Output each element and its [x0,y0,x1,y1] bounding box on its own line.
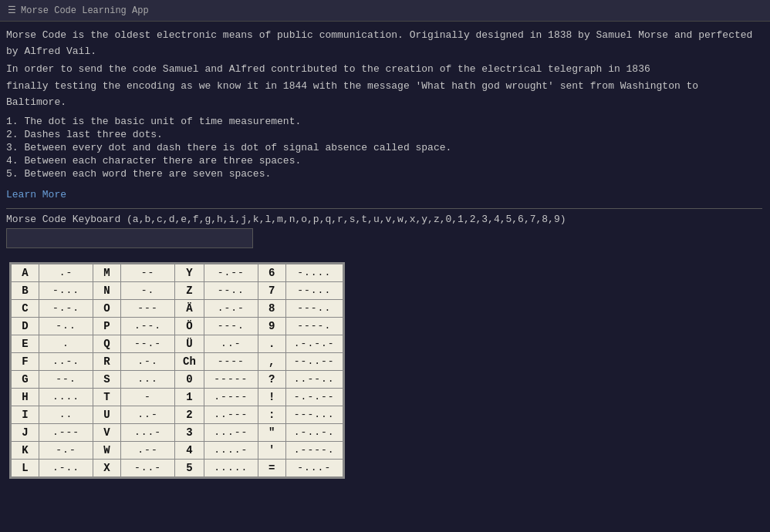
intro-paragraph-1: Morse Code is the oldest electronic mean… [6,28,762,60]
morse-code: ..... [204,459,258,476]
morse-code: -...- [285,459,343,476]
morse-char: L [12,459,39,476]
divider-line [6,208,762,209]
morse-code: ... [121,370,175,388]
morse-char: X [93,459,121,476]
morse-code: .--- [39,423,93,441]
table-row: A.-M--Y-.--6-.... [12,264,343,281]
table-row: C-.-.O---Ä.-.-8---.. [12,299,343,317]
rule-4: 4. Between each character there are thre… [6,155,762,167]
morse-char: 7 [258,281,285,299]
morse-code: .---- [204,388,258,406]
morse-char: 2 [175,406,204,423]
morse-char: N [93,281,121,299]
morse-code: --.- [121,335,175,352]
keyboard-input-area[interactable] [6,228,253,248]
morse-char: W [93,441,121,459]
learn-more-link[interactable]: Learn More [6,189,66,200]
morse-code: .-.- [204,299,258,317]
morse-char: Ü [175,335,204,352]
morse-char: Ä [175,299,204,317]
intro-paragraph-3: finally testing the encoding as we know … [6,79,762,111]
morse-code: -... [39,281,93,299]
morse-char: A [12,264,39,281]
morse-code: .... [39,388,93,406]
morse-char: J [12,423,39,441]
morse-code: -..- [121,459,175,476]
morse-code: ..--- [204,406,258,423]
morse-char: C [12,299,39,317]
morse-char: I [12,406,39,423]
app-title: Morse Code Learning App [21,5,149,16]
morse-char: H [12,388,39,406]
keyboard-label: Morse Code Keyboard (a,b,c,d,e,f,g,h,i,j… [6,214,762,225]
morse-char: E [12,335,39,352]
morse-code: --- [121,299,175,317]
table-row: G--.S...0-----?..--.. [12,370,343,388]
morse-char: 0 [175,370,204,388]
rule-5: 5. Between each word there are seven spa… [6,168,762,180]
morse-code: ..-. [39,352,93,370]
intro-text: Morse Code is the oldest electronic mean… [6,28,762,111]
table-row: L.-..X-..-5.....=-...- [12,459,343,476]
morse-char: 3 [175,423,204,441]
table-row: D-..P.--.Ö---.9----. [12,317,343,335]
table-row: J.---V...-3...--".-..-. [12,423,343,441]
morse-code: ...-- [204,423,258,441]
morse-char: 5 [175,459,204,476]
table-row: K-.-W.--4....-'.----. [12,441,343,459]
morse-char: : [258,406,285,423]
morse-code: ..- [121,406,175,423]
morse-code: .-..-. [285,423,343,441]
table-row: E.Q--.-Ü..-..-.-.- [12,335,343,352]
morse-char: R [93,352,121,370]
morse-code: ....- [204,441,258,459]
main-content: Morse Code is the oldest electronic mean… [0,22,770,488]
morse-code: ..- [204,335,258,352]
morse-table: A.-M--Y-.--6-....B-...N-.Z--..7--...C-.-… [11,264,343,477]
morse-char: Y [175,264,204,281]
morse-code: -.- [39,441,93,459]
morse-char: Z [175,281,204,299]
morse-char: O [93,299,121,317]
morse-table-container: A.-M--Y-.--6-....B-...N-.Z--..7--...C-.-… [9,262,345,479]
table-row: B-...N-.Z--..7--... [12,281,343,299]
morse-code: .--. [121,317,175,335]
morse-char: M [93,264,121,281]
morse-char: , [258,352,285,370]
morse-char: " [258,423,285,441]
morse-char: Q [93,335,121,352]
morse-code: .----. [285,441,343,459]
morse-char: ! [258,388,285,406]
morse-char: V [93,423,121,441]
morse-char: T [93,388,121,406]
morse-code: -.-. [39,299,93,317]
morse-char: P [93,317,121,335]
title-bar: ☰ Morse Code Learning App [0,0,770,22]
morse-code: ...- [121,423,175,441]
morse-table-body: A.-M--Y-.--6-....B-...N-.Z--..7--...C-.-… [12,264,343,476]
rule-3: 3. Between every dot and dash there is d… [6,142,762,153]
table-row: I..U..-2..---:---... [12,406,343,423]
morse-char: S [93,370,121,388]
morse-char: K [12,441,39,459]
morse-icon: ☰ [8,5,16,16]
intro-paragraph-2: In order to send the code Samuel and Alf… [6,62,762,78]
morse-char: U [93,406,121,423]
morse-code: .- [39,264,93,281]
morse-code: --..-- [285,352,343,370]
morse-char: . [258,335,285,352]
morse-char: 6 [258,264,285,281]
morse-code: .-.-.- [285,335,343,352]
morse-char: 4 [175,441,204,459]
morse-char: B [12,281,39,299]
morse-code: - [121,388,175,406]
morse-char: Ch [175,352,204,370]
morse-code: -.-.-- [285,388,343,406]
morse-char: F [12,352,39,370]
morse-code: .. [39,406,93,423]
rules-list: 1. The dot is the basic unit of time mea… [6,116,762,180]
morse-char: ' [258,441,285,459]
morse-char: 1 [175,388,204,406]
morse-code: -.-- [204,264,258,281]
